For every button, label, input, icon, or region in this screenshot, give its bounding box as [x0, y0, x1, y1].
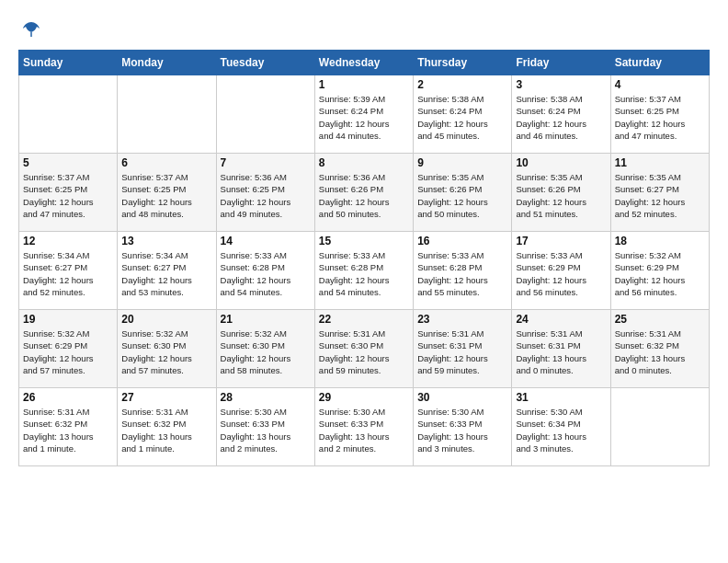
calendar-week-row: 19Sunrise: 5:32 AM Sunset: 6:29 PM Dayli…	[19, 310, 710, 388]
day-info: Sunrise: 5:36 AM Sunset: 6:25 PM Dayligh…	[221, 171, 311, 220]
day-number: 16	[417, 235, 507, 247]
day-number: 30	[417, 391, 507, 404]
calendar-cell: 29Sunrise: 5:30 AM Sunset: 6:33 PM Dayli…	[314, 388, 413, 466]
calendar-cell: 7Sunrise: 5:36 AM Sunset: 6:25 PM Daylig…	[216, 154, 314, 232]
calendar-cell: 10Sunrise: 5:35 AM Sunset: 6:26 PM Dayli…	[512, 154, 610, 232]
day-number: 11	[615, 156, 705, 169]
day-number: 22	[319, 313, 409, 326]
calendar-cell: 17Sunrise: 5:33 AM Sunset: 6:29 PM Dayli…	[512, 232, 610, 310]
day-info: Sunrise: 5:35 AM Sunset: 6:27 PM Dayligh…	[615, 171, 705, 220]
day-number: 12	[23, 235, 113, 247]
weekday-header-sunday: Sunday	[19, 51, 118, 75]
weekday-header-monday: Monday	[118, 51, 216, 75]
day-info: Sunrise: 5:33 AM Sunset: 6:28 PM Dayligh…	[221, 249, 311, 298]
calendar-cell: 28Sunrise: 5:30 AM Sunset: 6:33 PM Dayli…	[216, 388, 314, 466]
day-info: Sunrise: 5:32 AM Sunset: 6:29 PM Dayligh…	[615, 249, 705, 298]
day-number: 25	[615, 313, 705, 326]
day-info: Sunrise: 5:37 AM Sunset: 6:25 PM Dayligh…	[615, 93, 705, 142]
calendar-week-row: 1Sunrise: 5:39 AM Sunset: 6:24 PM Daylig…	[19, 75, 710, 154]
calendar-cell: 23Sunrise: 5:31 AM Sunset: 6:31 PM Dayli…	[414, 310, 512, 388]
calendar-cell	[216, 75, 314, 154]
calendar-cell: 4Sunrise: 5:37 AM Sunset: 6:25 PM Daylig…	[610, 75, 709, 154]
day-info: Sunrise: 5:35 AM Sunset: 6:26 PM Dayligh…	[417, 171, 507, 220]
day-number: 2	[417, 78, 507, 91]
day-number: 9	[417, 156, 507, 169]
day-info: Sunrise: 5:34 AM Sunset: 6:27 PM Dayligh…	[121, 249, 211, 298]
day-number: 4	[615, 78, 705, 91]
day-info: Sunrise: 5:33 AM Sunset: 6:28 PM Dayligh…	[417, 249, 507, 298]
day-info: Sunrise: 5:31 AM Sunset: 6:32 PM Dayligh…	[121, 406, 211, 454]
day-info: Sunrise: 5:30 AM Sunset: 6:33 PM Dayligh…	[319, 406, 409, 454]
weekday-header-tuesday: Tuesday	[216, 51, 314, 75]
day-number: 21	[221, 313, 311, 326]
day-info: Sunrise: 5:32 AM Sunset: 6:29 PM Dayligh…	[23, 327, 113, 376]
calendar-cell: 20Sunrise: 5:32 AM Sunset: 6:30 PM Dayli…	[118, 310, 216, 388]
day-info: Sunrise: 5:32 AM Sunset: 6:30 PM Dayligh…	[121, 327, 211, 376]
header	[18, 18, 710, 40]
day-number: 26	[23, 391, 113, 404]
calendar-cell: 25Sunrise: 5:31 AM Sunset: 6:32 PM Dayli…	[610, 310, 709, 388]
day-number: 5	[23, 156, 113, 169]
calendar-week-row: 12Sunrise: 5:34 AM Sunset: 6:27 PM Dayli…	[19, 232, 710, 310]
calendar-cell: 15Sunrise: 5:33 AM Sunset: 6:28 PM Dayli…	[314, 232, 413, 310]
day-number: 15	[319, 235, 409, 247]
day-info: Sunrise: 5:30 AM Sunset: 6:34 PM Dayligh…	[516, 406, 606, 454]
day-info: Sunrise: 5:32 AM Sunset: 6:30 PM Dayligh…	[221, 327, 311, 376]
day-info: Sunrise: 5:31 AM Sunset: 6:30 PM Dayligh…	[319, 327, 409, 376]
day-number: 6	[121, 156, 211, 169]
calendar-cell: 9Sunrise: 5:35 AM Sunset: 6:26 PM Daylig…	[414, 154, 512, 232]
calendar-cell: 31Sunrise: 5:30 AM Sunset: 6:34 PM Dayli…	[512, 388, 610, 466]
day-info: Sunrise: 5:35 AM Sunset: 6:26 PM Dayligh…	[516, 171, 606, 220]
weekday-header-thursday: Thursday	[414, 51, 512, 75]
calendar-cell: 11Sunrise: 5:35 AM Sunset: 6:27 PM Dayli…	[610, 154, 709, 232]
weekday-header-saturday: Saturday	[610, 51, 709, 75]
calendar-week-row: 5Sunrise: 5:37 AM Sunset: 6:25 PM Daylig…	[19, 154, 710, 232]
day-info: Sunrise: 5:31 AM Sunset: 6:32 PM Dayligh…	[23, 406, 113, 454]
day-number: 23	[417, 313, 507, 326]
day-number: 17	[516, 235, 606, 247]
calendar-cell: 13Sunrise: 5:34 AM Sunset: 6:27 PM Dayli…	[118, 232, 216, 310]
day-info: Sunrise: 5:37 AM Sunset: 6:25 PM Dayligh…	[23, 171, 113, 220]
day-info: Sunrise: 5:37 AM Sunset: 6:25 PM Dayligh…	[121, 171, 211, 220]
logo-bird-icon	[20, 18, 42, 40]
day-number: 27	[121, 391, 211, 404]
day-number: 8	[319, 156, 409, 169]
calendar-cell	[19, 75, 118, 154]
day-info: Sunrise: 5:39 AM Sunset: 6:24 PM Dayligh…	[319, 93, 409, 142]
day-number: 29	[319, 391, 409, 404]
calendar-cell: 6Sunrise: 5:37 AM Sunset: 6:25 PM Daylig…	[118, 154, 216, 232]
calendar-cell: 27Sunrise: 5:31 AM Sunset: 6:32 PM Dayli…	[118, 388, 216, 466]
day-info: Sunrise: 5:38 AM Sunset: 6:24 PM Dayligh…	[417, 93, 507, 142]
calendar-cell	[610, 388, 709, 466]
day-number: 19	[23, 313, 113, 326]
calendar-cell: 1Sunrise: 5:39 AM Sunset: 6:24 PM Daylig…	[314, 75, 413, 154]
calendar-cell: 22Sunrise: 5:31 AM Sunset: 6:30 PM Dayli…	[314, 310, 413, 388]
day-info: Sunrise: 5:38 AM Sunset: 6:24 PM Dayligh…	[516, 93, 606, 142]
day-info: Sunrise: 5:34 AM Sunset: 6:27 PM Dayligh…	[23, 249, 113, 298]
day-info: Sunrise: 5:30 AM Sunset: 6:33 PM Dayligh…	[417, 406, 507, 454]
day-info: Sunrise: 5:31 AM Sunset: 6:31 PM Dayligh…	[417, 327, 507, 376]
day-number: 31	[516, 391, 606, 404]
calendar-table: SundayMondayTuesdayWednesdayThursdayFrid…	[18, 50, 710, 466]
calendar-week-row: 26Sunrise: 5:31 AM Sunset: 6:32 PM Dayli…	[19, 388, 710, 466]
calendar-cell: 2Sunrise: 5:38 AM Sunset: 6:24 PM Daylig…	[414, 75, 512, 154]
calendar-cell: 14Sunrise: 5:33 AM Sunset: 6:28 PM Dayli…	[216, 232, 314, 310]
day-number: 18	[615, 235, 705, 247]
day-number: 7	[221, 156, 311, 169]
calendar-cell: 8Sunrise: 5:36 AM Sunset: 6:26 PM Daylig…	[314, 154, 413, 232]
day-number: 13	[121, 235, 211, 247]
calendar-cell: 24Sunrise: 5:31 AM Sunset: 6:31 PM Dayli…	[512, 310, 610, 388]
weekday-header-friday: Friday	[512, 51, 610, 75]
day-number: 1	[319, 78, 409, 91]
calendar-cell: 19Sunrise: 5:32 AM Sunset: 6:29 PM Dayli…	[19, 310, 118, 388]
calendar-cell: 26Sunrise: 5:31 AM Sunset: 6:32 PM Dayli…	[19, 388, 118, 466]
day-info: Sunrise: 5:30 AM Sunset: 6:33 PM Dayligh…	[221, 406, 311, 454]
weekday-header-row: SundayMondayTuesdayWednesdayThursdayFrid…	[19, 51, 710, 75]
day-number: 10	[516, 156, 606, 169]
calendar-cell: 21Sunrise: 5:32 AM Sunset: 6:30 PM Dayli…	[216, 310, 314, 388]
day-number: 14	[221, 235, 311, 247]
calendar-cell: 30Sunrise: 5:30 AM Sunset: 6:33 PM Dayli…	[414, 388, 512, 466]
logo	[18, 18, 42, 40]
day-info: Sunrise: 5:31 AM Sunset: 6:31 PM Dayligh…	[516, 327, 606, 376]
day-info: Sunrise: 5:33 AM Sunset: 6:29 PM Dayligh…	[516, 249, 606, 298]
